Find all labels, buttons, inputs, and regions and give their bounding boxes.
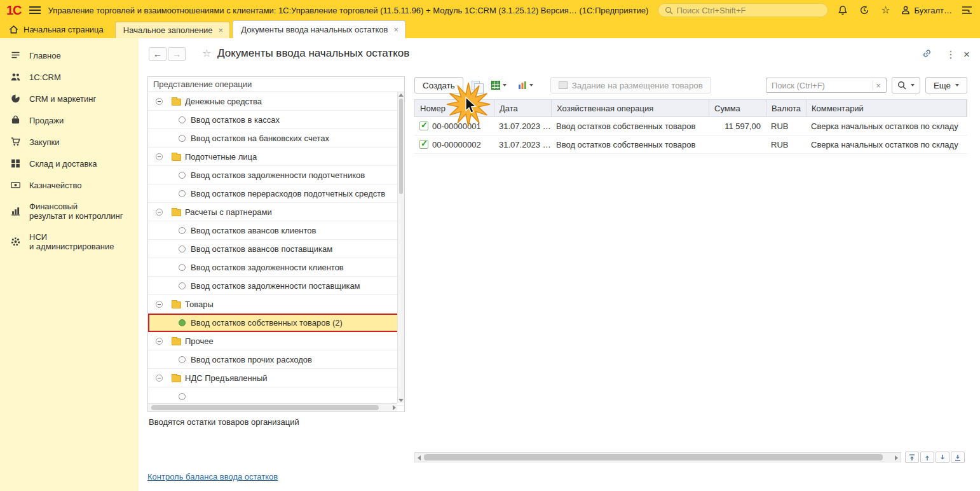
doc-currency: RUB bbox=[766, 140, 806, 149]
global-search[interactable] bbox=[658, 3, 828, 17]
get-link-icon[interactable] bbox=[922, 48, 932, 59]
tree-item-row[interactable]: Ввод остатков авансов поставщикам bbox=[148, 240, 404, 258]
next-page-button[interactable] bbox=[936, 452, 949, 463]
favorites-star-icon[interactable]: ☆ bbox=[879, 3, 893, 17]
column-header[interactable]: Сумма bbox=[709, 100, 766, 116]
panels-menu-icon[interactable] bbox=[960, 3, 974, 17]
scroll-thumb[interactable] bbox=[151, 405, 379, 410]
collapse-icon[interactable] bbox=[156, 98, 163, 105]
tree-item-row[interactable]: Ввод остатков авансов клиентов bbox=[148, 221, 404, 240]
sidebar-item-nsi-admin[interactable]: НСИ и администрирование bbox=[0, 226, 139, 257]
tree-group-row[interactable]: Расчеты с партнерами bbox=[148, 203, 404, 221]
table-horizontal-scrollbar[interactable] bbox=[414, 452, 901, 462]
collapse-icon[interactable] bbox=[156, 301, 163, 308]
tab-close-icon[interactable]: × bbox=[219, 26, 224, 34]
clear-search-icon[interactable]: × bbox=[873, 81, 883, 90]
radio-icon bbox=[179, 116, 186, 123]
tree-vertical-scrollbar[interactable] bbox=[397, 92, 404, 403]
collapse-icon[interactable] bbox=[156, 209, 163, 216]
copy-button[interactable] bbox=[468, 77, 483, 93]
list-search-field[interactable]: × bbox=[766, 78, 887, 93]
tree-group-row[interactable]: Прочее bbox=[148, 332, 404, 350]
scroll-thumb[interactable] bbox=[424, 454, 883, 460]
tree-horizontal-scrollbar[interactable] bbox=[148, 403, 397, 411]
tree-item-row[interactable]: Ввод остатков на банковских счетах bbox=[148, 129, 404, 148]
column-header[interactable]: Комментарий bbox=[806, 100, 967, 116]
tree-item-label: Ввод остатков на банковских счетах bbox=[191, 134, 329, 143]
doc-currency: RUB bbox=[766, 121, 806, 131]
tab-bar: Начальная страница Начальное заполнение … bbox=[0, 20, 980, 38]
list-toolbar: Создать Задание на размещение товаров × … bbox=[414, 76, 967, 94]
data-table-icon bbox=[491, 81, 500, 90]
history-icon[interactable] bbox=[857, 3, 871, 17]
tree-group-row[interactable]: Товары bbox=[148, 295, 404, 314]
tree-group-label: Расчеты с партнерами bbox=[185, 207, 272, 217]
doc-number: 00-00000002 bbox=[432, 140, 481, 149]
favorite-toggle-icon[interactable]: ☆ bbox=[202, 48, 211, 59]
tab-opening-balance-documents[interactable]: Документы ввода начальных остатков × bbox=[233, 20, 405, 38]
sidebar-item-financial-result[interactable]: Финансовый результат и контроллинг bbox=[0, 196, 139, 226]
tree-item-row[interactable]: Ввод остатков прочих расходов bbox=[148, 350, 404, 369]
load-data-button[interactable] bbox=[488, 77, 510, 93]
tree-item-row[interactable]: Ввод остатков задолженности подотчетнико… bbox=[148, 166, 404, 184]
column-header[interactable]: Валюта bbox=[766, 100, 806, 116]
tree-item-label: Ввод остатков задолженности поставщикам bbox=[191, 281, 360, 291]
collapse-icon[interactable] bbox=[156, 153, 163, 160]
tree-item-row[interactable]: Ввод остатков в кассах bbox=[148, 111, 404, 129]
sidebar-item-purchases[interactable]: Закупки bbox=[0, 131, 139, 153]
sidebar-item-sales[interactable]: Продажи bbox=[0, 109, 139, 131]
scroll-down-icon[interactable] bbox=[398, 399, 404, 402]
balance-control-link[interactable]: Контроль баланса ввода остатков bbox=[147, 472, 278, 481]
column-header[interactable]: Дата bbox=[494, 100, 552, 116]
search-button[interactable] bbox=[892, 77, 920, 93]
tree-item-row[interactable]: Ввод остатков перерасходов подотчетных с… bbox=[148, 184, 404, 203]
sidebar-item-main[interactable]: Главное bbox=[0, 45, 139, 66]
tree-item-row[interactable]: Ввод остатков задолженности поставщикам bbox=[148, 277, 404, 295]
main-menu-icon[interactable] bbox=[29, 6, 41, 14]
tree-group-row[interactable]: НДС Предъявленный bbox=[148, 369, 404, 387]
close-form-icon[interactable]: × bbox=[963, 48, 970, 61]
scroll-right-icon[interactable] bbox=[895, 455, 898, 460]
go-to-top-button[interactable] bbox=[905, 452, 919, 463]
collapse-icon[interactable] bbox=[156, 338, 163, 345]
more-menu-kebab-icon[interactable]: ⋮ bbox=[946, 48, 956, 60]
table-row[interactable]: 00-00000001 31.07.2023 … Ввод остатков с… bbox=[414, 117, 967, 135]
sidebar-item-label: Казначейство bbox=[29, 181, 81, 190]
sidebar-item-1c-crm[interactable]: 1С:CRM bbox=[0, 66, 139, 88]
scroll-right-icon[interactable] bbox=[393, 405, 396, 410]
current-user[interactable]: Бухгалт… bbox=[901, 5, 952, 15]
sidebar-item-warehouse[interactable]: Склад и доставка bbox=[0, 153, 139, 174]
sidebar-item-label: Продажи bbox=[29, 116, 64, 125]
tree-item-row[interactable]: Ввод остатков задолженности клиентов bbox=[148, 258, 404, 277]
create-button[interactable]: Создать bbox=[414, 77, 463, 93]
back-button[interactable]: ← bbox=[149, 47, 167, 61]
go-to-bottom-button[interactable] bbox=[951, 452, 965, 463]
placement-task-button[interactable]: Задание на размещение товаров bbox=[550, 77, 711, 93]
column-header[interactable]: Хозяйственная операция bbox=[552, 100, 709, 116]
boxes-icon bbox=[10, 158, 21, 169]
scroll-left-icon[interactable] bbox=[418, 455, 421, 460]
sidebar-item-treasury[interactable]: Казначейство bbox=[0, 174, 139, 196]
search-icon bbox=[897, 81, 906, 90]
tree-group-row[interactable]: Денежные средства bbox=[148, 92, 404, 111]
table-row[interactable]: 00-00000002 31.07.2023 … Ввод остатков с… bbox=[414, 135, 967, 154]
scroll-up-icon[interactable] bbox=[398, 93, 404, 97]
tab-initial-filling[interactable]: Начальное заполнение × bbox=[115, 22, 230, 38]
scroll-thumb[interactable] bbox=[399, 99, 403, 194]
more-button[interactable]: Еще bbox=[925, 77, 967, 93]
column-header[interactable]: Номер bbox=[415, 100, 494, 116]
previous-page-button[interactable] bbox=[920, 452, 934, 463]
tab-close-icon[interactable]: × bbox=[393, 25, 398, 34]
reports-button[interactable] bbox=[515, 77, 536, 93]
list-search-input[interactable] bbox=[772, 81, 873, 90]
collapse-icon[interactable] bbox=[156, 375, 163, 382]
sidebar-item-crm-marketing[interactable]: CRM и маркетинг bbox=[0, 88, 139, 109]
notifications-bell-icon[interactable] bbox=[836, 3, 850, 17]
tab-home-label: Начальная страница bbox=[24, 25, 104, 34]
tree-group-row[interactable]: Подотчетные лица bbox=[148, 148, 404, 166]
global-search-input[interactable] bbox=[677, 6, 810, 15]
tab-home[interactable]: Начальная страница bbox=[0, 20, 115, 38]
cart-icon bbox=[10, 137, 21, 147]
tree-item-selected[interactable]: Ввод остатков собственных товаров (2) bbox=[148, 314, 404, 332]
forward-button[interactable]: → bbox=[168, 47, 186, 61]
